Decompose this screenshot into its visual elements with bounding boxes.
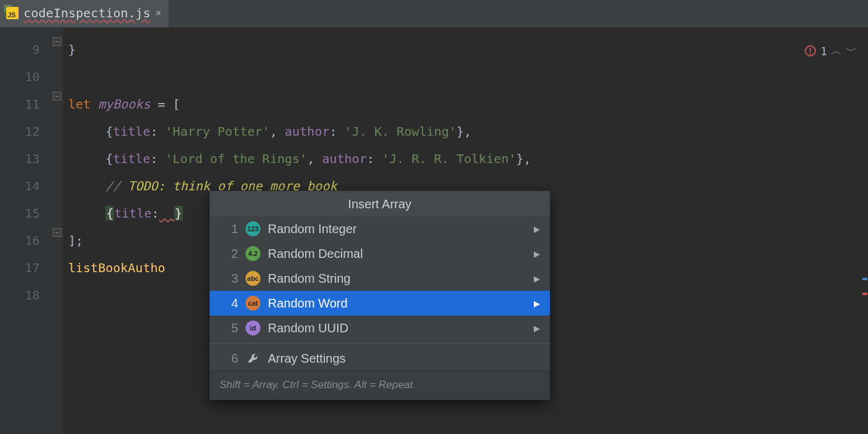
inspection-widget[interactable]: 1 ︿ ﹀ (804, 43, 857, 58)
code-key: title (113, 124, 150, 139)
line-number: 15 (0, 200, 52, 227)
submenu-arrow-icon: ▸ (534, 296, 540, 311)
line-number: 14 (0, 172, 52, 200)
code-function-call: listBookAutho (68, 260, 166, 275)
submenu-arrow-icon: ▸ (534, 321, 540, 335)
popup-item[interactable]: 1123Random Integer▸ (210, 216, 550, 241)
popup-item-label: Random Decimal (268, 247, 526, 261)
editor-tab[interactable]: JS codeInspection.js × (0, 0, 169, 27)
code-text: ]; (68, 233, 83, 248)
popup-item-label: Random Integer (268, 222, 526, 236)
popup-item-number: 3 (210, 272, 238, 286)
code-string: 'J. K. Rowling' (345, 124, 457, 139)
next-error-icon[interactable]: ﹀ (846, 43, 857, 58)
close-icon[interactable]: × (156, 7, 162, 19)
popup-title: Insert Array (210, 191, 550, 216)
code-string: 'Lord of the Rings' (166, 151, 308, 166)
type-icon: id (246, 321, 260, 335)
type-icon: 4.2 (246, 246, 260, 261)
code-string: 'J. R. R. Tolkien' (382, 151, 516, 166)
code-keyword: let (68, 97, 91, 112)
line-number: 13 (0, 145, 52, 172)
fold-toggle-icon[interactable]: − (53, 37, 61, 46)
type-icon: cat (246, 296, 260, 311)
popup-item[interactable]: 3abcRandom String▸ (210, 266, 550, 291)
popup-item[interactable]: 24.2Random Decimal▸ (210, 241, 550, 266)
popup-item[interactable]: 4catRandom Word▸ (210, 291, 550, 316)
svg-point-2 (810, 53, 812, 55)
popup-item-label: Random Word (268, 296, 526, 311)
popup-item-label: Array Settings (268, 352, 540, 366)
popup-item-number: 6 (210, 352, 238, 366)
js-file-icon: JS (6, 7, 19, 19)
wrench-icon (246, 352, 260, 365)
code-text: = [ (150, 97, 180, 112)
marker-info[interactable] (862, 278, 867, 280)
prev-error-icon[interactable]: ︿ (831, 43, 842, 58)
popup-item-label: Random String (268, 272, 526, 286)
tab-filename: codeInspection.js (24, 6, 151, 20)
code-comment: // (105, 179, 128, 193)
popup-item[interactable]: 5idRandom UUID▸ (210, 316, 550, 340)
popup-item-number: 2 (210, 247, 238, 261)
line-number: 17 (0, 254, 52, 281)
line-number: 18 (0, 281, 52, 309)
error-icon (804, 45, 817, 57)
code-key: title (114, 206, 151, 221)
marker-error[interactable] (862, 293, 867, 295)
submenu-arrow-icon: ▸ (534, 246, 540, 261)
code-identifier: myBooks (98, 97, 150, 112)
popup-item-label: Random UUID (268, 321, 526, 335)
fold-end-icon[interactable]: − (53, 228, 61, 237)
popup-hint: Shift = Array. Ctrl = Settings. Alt = Re… (210, 371, 550, 400)
submenu-arrow-icon: ▸ (534, 271, 540, 286)
line-number: 16 (0, 227, 52, 254)
popup-item-settings[interactable]: 6 Array Settings (210, 346, 550, 371)
tab-bar: JS codeInspection.js × (0, 0, 868, 27)
code-key: author (322, 151, 366, 166)
code-text: } (68, 42, 76, 57)
line-number: 11 (0, 91, 52, 118)
type-icon: abc (246, 271, 260, 286)
type-icon: 123 (246, 221, 260, 236)
line-number: 10 (0, 63, 52, 91)
popup-item-number: 5 (210, 321, 238, 335)
submenu-arrow-icon: ▸ (534, 221, 540, 236)
code-key: author (285, 124, 329, 139)
inspection-count: 1 (820, 45, 827, 58)
fold-gutter: − − − (52, 27, 63, 434)
code-string: 'Harry Potter' (166, 124, 270, 139)
fold-toggle-icon[interactable]: − (53, 92, 61, 100)
error-stripe (862, 27, 868, 434)
insert-array-popup: Insert Array 1123Random Integer▸24.2Rand… (210, 191, 550, 400)
line-number-gutter: 9101112131415161718 (0, 27, 52, 434)
code-key: title (113, 151, 150, 166)
popup-item-number: 4 (210, 296, 238, 311)
line-number: 9 (0, 36, 52, 63)
popup-item-number: 1 (210, 222, 238, 236)
line-number: 12 (0, 118, 52, 145)
